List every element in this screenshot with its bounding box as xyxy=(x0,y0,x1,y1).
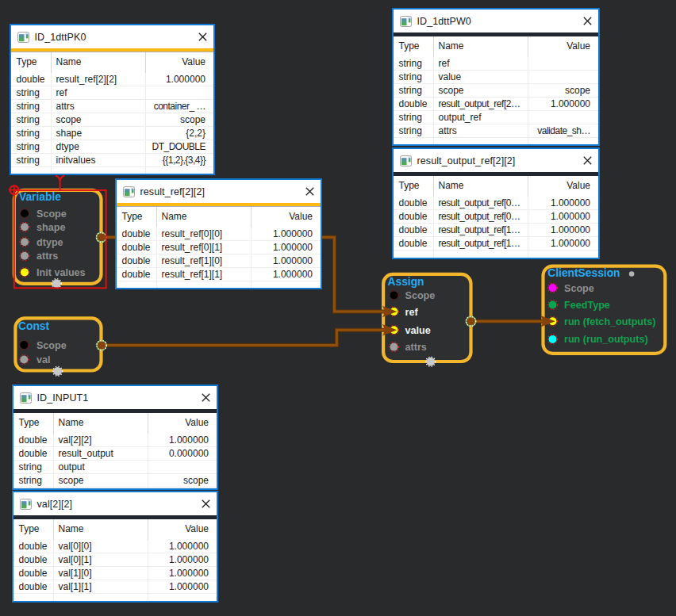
svg-text:shape: shape xyxy=(36,222,65,233)
svg-text:Scope: Scope xyxy=(564,283,594,294)
svg-text:value: value xyxy=(405,325,431,336)
svg-text:run (run_outputs): run (run_outputs) xyxy=(564,334,648,345)
svg-text:ref: ref xyxy=(405,307,419,318)
svg-text:val: val xyxy=(36,354,51,365)
svg-text:dtype: dtype xyxy=(36,237,63,248)
svg-text:Scope: Scope xyxy=(36,209,67,220)
svg-text:Assign: Assign xyxy=(388,276,424,288)
svg-text:attrs: attrs xyxy=(405,342,427,353)
svg-text:Init values: Init values xyxy=(36,267,86,278)
svg-text:Scope: Scope xyxy=(405,290,436,301)
svg-text:ClientSession: ClientSession xyxy=(547,267,620,279)
svg-text:Scope: Scope xyxy=(36,340,67,351)
svg-text:Const: Const xyxy=(18,320,49,332)
svg-text:run (fetch_outputs): run (fetch_outputs) xyxy=(564,316,655,327)
svg-text:Variable: Variable xyxy=(19,191,61,203)
svg-text:attrs: attrs xyxy=(36,251,58,262)
svg-text:FeedType: FeedType xyxy=(564,300,610,311)
